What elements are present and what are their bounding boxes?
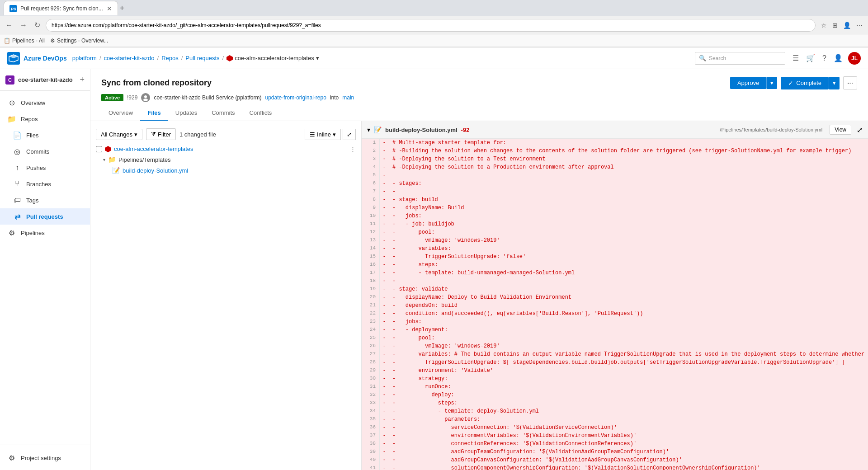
diff-line: 18-- (362, 277, 868, 285)
complete-button[interactable]: ✓ Complete (781, 77, 829, 89)
approve-dropdown-btn[interactable]: ▾ (766, 77, 777, 89)
fav-settings[interactable]: ⚙ Settings - Overview... (50, 38, 108, 44)
url-input[interactable] (46, 19, 816, 32)
sidebar-item-pullrequests[interactable]: ⇄ Pull requests (0, 208, 90, 225)
reload-button[interactable]: ↻ (33, 19, 42, 31)
diff-line-content: - stage: validate (389, 285, 451, 293)
complete-dropdown-btn[interactable]: ▾ (829, 77, 840, 89)
tab-overview[interactable]: Overview (101, 106, 140, 121)
diff-line-number: 11 (362, 220, 380, 228)
breadcrumb-pullrequests[interactable]: Pull requests (185, 55, 219, 61)
back-button[interactable]: ← (4, 19, 14, 31)
diff-line-content: - TriggerSolutionUpgrade: 'false' (389, 253, 529, 261)
profile-btn[interactable]: 👤 (841, 20, 853, 31)
diff-line: 2-# -Building the solution when changes … (362, 147, 868, 155)
diff-line-number: 15 (362, 253, 380, 261)
org-icon: C (5, 75, 14, 85)
diff-expand-btn[interactable]: ⤢ (857, 126, 863, 134)
diff-line-indicator: - (380, 269, 389, 277)
diff-line-number: 31 (362, 383, 380, 391)
sidebar-item-commits[interactable]: ◎ Commits (0, 143, 90, 160)
diff-line-content: - parameters: (389, 415, 484, 423)
tab-favicon: PR (9, 5, 17, 12)
diff-line-content: - (389, 188, 399, 196)
root-checkbox[interactable] (96, 146, 102, 152)
expand-diff-btn[interactable]: ⤢ (343, 129, 356, 140)
file-tree-header: All Changes ▾ ⧩ Filter 1 changed file (90, 125, 361, 144)
diff-line-number: 24 (362, 326, 380, 334)
file-tree-file-item[interactable]: 📝 build-deploy-Solution.yml (90, 165, 361, 176)
breadcrumb-repos[interactable]: Repos (161, 55, 179, 61)
root-more-icon[interactable]: ⋮ (350, 146, 356, 152)
new-tab-button[interactable]: + (120, 4, 125, 13)
breadcrumb-current-repo[interactable]: coe-alm-accelerator-templates ▾ (226, 55, 319, 61)
tab-updates[interactable]: Updates (168, 106, 204, 121)
filter-btn[interactable]: ⧩ Filter (146, 128, 176, 140)
all-changes-dropdown[interactable]: All Changes ▾ (96, 129, 142, 140)
pr-branch-to[interactable]: main (342, 94, 354, 101)
file-tree-root-item[interactable]: coe-alm-accelerator-templates ⋮ (90, 144, 361, 154)
diff-view-btn[interactable]: View (830, 125, 851, 135)
diff-line-content: - pool: (389, 228, 439, 236)
active-tab[interactable]: PR Pull request 929: Sync from clon... ✕ (4, 1, 118, 15)
diff-line-number: 3 (362, 155, 380, 163)
tab-commits[interactable]: Commits (204, 106, 242, 121)
fav-pipelines[interactable]: 📋 Pipelines - All (4, 38, 45, 44)
diff-line-indicator: - (380, 163, 389, 171)
approve-button[interactable]: Approve (730, 77, 766, 89)
tab-conflicts[interactable]: Conflicts (242, 106, 279, 121)
breadcrumb-pplatform[interactable]: pplatform (72, 55, 97, 61)
file-tree-folder[interactable]: ▾ 📁 Pipelines/Templates (90, 154, 361, 165)
filter-icon: ⧩ (151, 131, 156, 138)
diff-line-indicator: - (380, 456, 389, 464)
sidebar-item-files[interactable]: 📄 Files (0, 127, 90, 143)
tab-files[interactable]: Files (140, 106, 168, 121)
diff-line-content: - TriggerSolutionUpgrade: $[ stageDepend… (389, 358, 849, 367)
sidebar-item-pushes[interactable]: ↑ Pushes (0, 160, 90, 176)
branches-icon: ⑂ (13, 180, 22, 188)
diff-line: 40-- aadGroupCanvasConfiguration: '$(Val… (362, 456, 868, 464)
sidebar-item-tags[interactable]: 🏷 Tags (0, 192, 90, 208)
tab-close-btn[interactable]: ✕ (107, 5, 112, 12)
forward-button[interactable]: → (18, 19, 29, 31)
diff-line: 17-- - template: build-unmanaged-managed… (362, 269, 868, 277)
extensions-btn[interactable]: ⊞ (830, 20, 840, 31)
person-icon[interactable]: 👤 (832, 52, 844, 64)
more-options-btn[interactable]: ⋯ (843, 76, 857, 89)
diff-line-indicator: - (380, 204, 389, 212)
diff-line-number: 5 (362, 171, 380, 179)
diff-line-content: - steps: (389, 399, 461, 407)
add-project-btn[interactable]: + (80, 75, 85, 85)
sidebar-item-branches[interactable]: ⑂ Branches (0, 176, 90, 192)
inline-icon: ☰ (310, 131, 315, 138)
pr-id: !929 (127, 94, 137, 101)
diff-line-indicator: - (380, 171, 389, 179)
diff-line: 19-- stage: validate (362, 285, 868, 293)
svg-point-8 (143, 99, 148, 101)
diff-code-block: 1-# Multi-stage starter template for:2-#… (362, 139, 868, 470)
sidebar-item-pipelines[interactable]: ⚙ Pipelines (0, 225, 90, 241)
breadcrumb-org[interactable]: coe-starter-kit-azdo (104, 55, 155, 61)
project-settings-item[interactable]: ⚙ Project settings (0, 449, 90, 467)
diff-line-number: 38 (362, 440, 380, 448)
sidebar-item-overview[interactable]: ⊙ Overview (0, 94, 90, 111)
basket-icon[interactable]: 🛒 (804, 52, 817, 64)
favorites-btn[interactable]: ☆ (819, 20, 829, 31)
menu-btn[interactable]: ⋯ (854, 20, 864, 31)
pr-branch-from[interactable]: update-from-original-repo (265, 94, 326, 101)
layout-icon[interactable]: ☰ (791, 52, 801, 64)
help-icon[interactable]: ? (821, 52, 828, 64)
sidebar-item-repos[interactable]: 📁 Repos (0, 111, 90, 127)
diff-line-indicator: - (380, 326, 389, 334)
diff-line: 30-- strategy: (362, 375, 868, 383)
topbar-icons: ☰ 🛒 ? 👤 JL (791, 52, 861, 65)
user-avatar[interactable]: JL (848, 52, 861, 65)
search-box[interactable]: 🔍 Search (695, 52, 785, 65)
diff-line-indicator: - (380, 285, 389, 293)
pr-status-badge: Active (101, 94, 123, 101)
diff-line-content: - stage: build (389, 196, 442, 204)
tab-title: Pull request 929: Sync from clon... (20, 5, 103, 12)
inline-view-btn[interactable]: ☰ Inline ▾ (305, 129, 341, 140)
diff-collapse-btn[interactable]: ▾ (367, 126, 370, 133)
diff-line-number: 40 (362, 456, 380, 464)
